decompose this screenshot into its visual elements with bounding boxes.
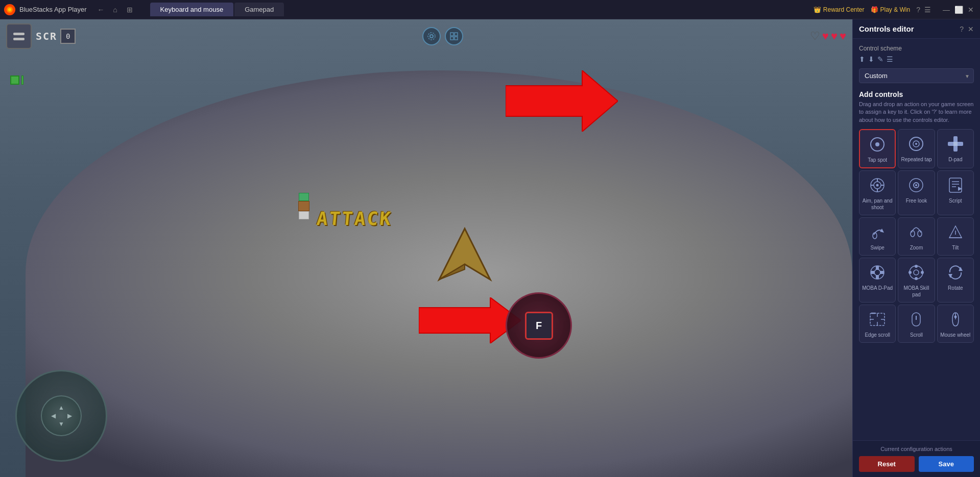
interact-f-button[interactable]: F (525, 312, 553, 340)
nav-home-button[interactable]: ⌂ (109, 4, 122, 16)
heart-2: ♥ (822, 30, 829, 43)
add-controls-section: Add controls Drag and drop an action on … (859, 90, 974, 124)
scheme-edit-icon[interactable]: ✎ (877, 55, 883, 63)
dpad-left: ◀ (50, 412, 57, 419)
repeated-tap-icon (907, 135, 925, 153)
heart-4: ♥ (840, 30, 846, 43)
game-area: SCR 0 (0, 19, 852, 477)
control-edge-scroll[interactable]: Edge scroll (859, 305, 896, 343)
title-bar-right: 👑 Reward Center 🎁 Play & Win ? ☰ — ⬜ ✕ (814, 5, 976, 15)
tilt-label: Tilt (952, 244, 959, 251)
tap-spot-label: Tap spot (868, 157, 887, 163)
control-tilt[interactable]: Tilt (937, 217, 974, 256)
edge-scroll-label: Edge scroll (865, 332, 890, 338)
green-line (21, 76, 23, 85)
svg-point-3 (430, 35, 433, 38)
nav-buttons: ← ⌂ ⊞ (95, 4, 136, 16)
controls-grid: Tap spot Repeated tap (859, 129, 974, 343)
close-button[interactable]: ✕ (966, 5, 976, 15)
svg-point-17 (915, 143, 917, 145)
scheme-download-icon[interactable]: ⬇ (868, 55, 874, 63)
aim-pan-shoot-icon (868, 176, 887, 194)
zoom-label: Zoom (910, 244, 923, 251)
dpad-empty-tr (66, 404, 73, 411)
control-free-look[interactable]: Free look (898, 170, 935, 215)
control-tap-spot[interactable]: Tap spot (859, 129, 896, 168)
dpad-up: ▲ (58, 404, 65, 411)
hud-grid-icon[interactable] (445, 27, 463, 45)
swipe-label: Swipe (871, 244, 885, 251)
d-pad-icon (946, 135, 965, 153)
tilt-icon (946, 223, 965, 241)
menu-icon[interactable]: ☰ (924, 6, 931, 14)
svg-rect-45 (876, 266, 879, 270)
svg-point-4 (428, 33, 435, 40)
hud-score: SCR 0 (36, 29, 76, 44)
dpad-arrows: ▲ ◀ ▶ ▼ (50, 404, 73, 428)
reward-icon: 👑 (814, 6, 821, 13)
reset-button[interactable]: Reset (859, 456, 915, 472)
swipe-icon (868, 223, 887, 241)
joystick-inner: ▲ ◀ ▶ ▼ (41, 395, 82, 436)
dpad-empty-tl (50, 404, 57, 411)
editor-help-icon[interactable]: ? (960, 25, 964, 33)
play-win-icon: 🎁 (871, 6, 878, 13)
control-d-pad[interactable]: D-pad (937, 129, 974, 168)
control-rotate[interactable]: Rotate (937, 258, 974, 303)
editor-title: Controls editor (859, 24, 914, 33)
control-mouse-wheel[interactable]: Mouse wheel (937, 305, 974, 343)
nav-back-button[interactable]: ← (95, 4, 107, 16)
dpad-empty-bl (50, 420, 57, 428)
editor-footer: Current configuration actions Reset Save (853, 440, 980, 477)
title-icons: ? ☰ (916, 6, 931, 14)
joystick[interactable]: ▲ ◀ ▶ ▼ (15, 370, 107, 462)
controls-editor: Controls editor ? ✕ Control scheme ⬆ ⬇ ✎… (852, 19, 980, 477)
free-look-label: Free look (906, 197, 927, 204)
char-legs (299, 211, 309, 219)
sword-item (434, 223, 495, 287)
interact-circle[interactable]: F (506, 292, 572, 359)
control-scroll[interactable]: Scroll (898, 305, 935, 343)
scheme-more-icon[interactable]: ☰ (887, 55, 893, 63)
reward-center-button[interactable]: 👑 Reward Center (814, 6, 865, 13)
editor-close-icon[interactable]: ✕ (968, 25, 974, 33)
scheme-select[interactable]: Custom (859, 68, 974, 83)
rotate-icon (946, 263, 965, 282)
maximize-button[interactable]: ⬜ (953, 5, 964, 15)
nav-windows-button[interactable]: ⊞ (124, 4, 136, 16)
svg-marker-9 (439, 229, 490, 280)
svg-point-14 (875, 142, 879, 146)
scheme-upload-icon[interactable]: ⬆ (859, 55, 865, 63)
control-moba-skill-pad[interactable]: MOBA Skill pad (898, 258, 935, 303)
control-repeated-tap[interactable]: Repeated tap (898, 129, 935, 168)
window-controls: — ⬜ ✕ (941, 5, 976, 15)
footer-buttons: Reset Save (859, 456, 974, 472)
control-swipe[interactable]: Swipe (859, 217, 896, 256)
save-button[interactable]: Save (919, 456, 974, 472)
svg-point-54 (909, 271, 912, 274)
scheme-label: Control scheme (859, 45, 974, 52)
moba-skill-pad-icon (907, 263, 925, 282)
add-controls-title: Add controls (859, 90, 974, 98)
play-win-button[interactable]: 🎁 Play & Win (871, 6, 911, 13)
hud-menu-icon[interactable] (6, 23, 32, 49)
svg-rect-48 (880, 271, 884, 274)
hud-settings-icon[interactable] (422, 27, 441, 45)
svg-rect-7 (450, 37, 453, 40)
game-hud: SCR 0 (0, 19, 852, 53)
edge-scroll-icon (868, 310, 887, 329)
minimize-button[interactable]: — (941, 5, 951, 15)
control-script[interactable]: Script (937, 170, 974, 215)
editor-title-bar: Controls editor ? ✕ (853, 19, 980, 39)
score-label: SCR (36, 30, 57, 42)
green-block-1 (10, 76, 19, 85)
control-aim-pan-shoot[interactable]: Aim, pan and shoot (859, 170, 896, 215)
tab-keyboard-mouse[interactable]: Keyboard and mouse (150, 3, 234, 16)
tab-gamepad[interactable]: Gamepad (234, 3, 284, 16)
editor-body: Control scheme ⬆ ⬇ ✎ ☰ Custom Add contro… (853, 39, 980, 440)
svg-point-39 (918, 231, 922, 237)
control-moba-d-pad[interactable]: 5 MOBA D-Pad (859, 258, 896, 303)
control-zoom[interactable]: Zoom (898, 217, 935, 256)
scroll-icon (907, 310, 925, 329)
help-icon[interactable]: ? (916, 6, 920, 14)
